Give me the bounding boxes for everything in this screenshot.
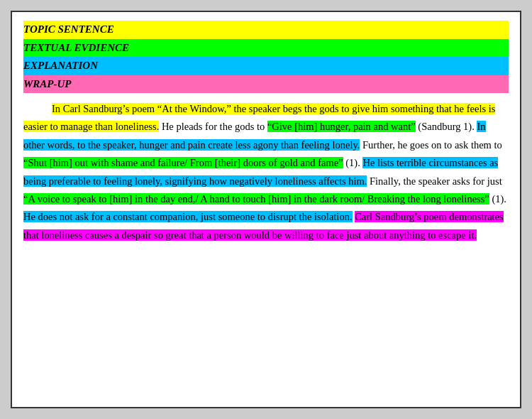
explanation-3: He does not ask for a constant companion…: [23, 211, 353, 222]
body-paragraph: In Carl Sandburg’s poem “At the Window,”…: [23, 100, 509, 244]
textual-evidence-2: “Shut [him] out with shame and failure/ …: [23, 157, 343, 168]
legend-explanation: EXPLANATION: [23, 57, 509, 75]
legend-topic: TOPIC SENTENCE: [23, 21, 509, 39]
legend-wrapup: WRAP-UP: [23, 75, 509, 94]
legend-textual: TEXTUAL EVDIENCE: [23, 39, 509, 58]
document-page: TOPIC SENTENCE TEXTUAL EVDIENCE EXPLANAT…: [11, 11, 521, 408]
legend: TOPIC SENTENCE TEXTUAL EVDIENCE EXPLANAT…: [23, 21, 509, 93]
textual-evidence-3: “A voice to speak to [him] in the day en…: [23, 193, 489, 205]
textual-evidence-1: “Give [him] hunger, pain and want”: [267, 121, 416, 132]
topic-sentence: In Carl Sandburg’s poem “At the Window,”…: [23, 103, 495, 132]
